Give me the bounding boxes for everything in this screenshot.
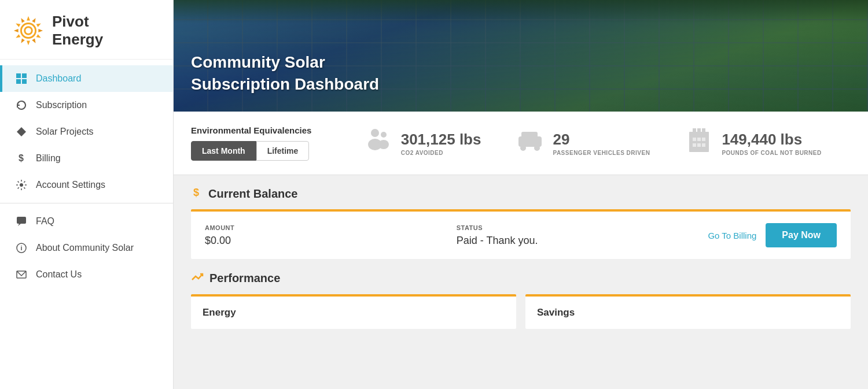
svg-point-28 xyxy=(371,129,379,137)
svg-marker-7 xyxy=(20,39,25,45)
svg-rect-23 xyxy=(17,217,26,224)
nav-menu: Dashboard Subscription Solar Projects xyxy=(0,60,173,389)
sidebar: Pivot Energy Dashboard Subscription xyxy=(0,0,174,389)
sidebar-item-billing-label: Billing xyxy=(36,153,61,164)
performance-section-title: Performance xyxy=(209,272,280,285)
amount-value: $0.00 xyxy=(205,235,457,247)
balance-actions: Go To Billing Pay Now xyxy=(708,223,837,247)
coal-label: POUNDS OF COAL NOT BURNED xyxy=(722,150,821,156)
co2-label: CO2 AVOIDED xyxy=(401,150,481,156)
sidebar-item-about-community-solar[interactable]: i About Community Solar xyxy=(0,235,173,261)
balance-section-header: $ Current Balance xyxy=(191,187,851,201)
performance-section-header: Performance xyxy=(191,271,851,286)
sidebar-item-subscription-label: Subscription xyxy=(36,100,87,110)
building-icon xyxy=(685,126,713,161)
env-label-block: Environmental Equivalencies Last Month L… xyxy=(191,125,311,161)
svg-marker-20 xyxy=(17,127,26,136)
svg-point-35 xyxy=(534,145,540,151)
svg-rect-19 xyxy=(22,79,27,84)
hero-banner: Community Solar Subscription Dashboard xyxy=(174,0,868,112)
svg-marker-10 xyxy=(15,22,21,27)
tree-overlay xyxy=(174,0,868,23)
svg-point-30 xyxy=(381,132,387,138)
dollar-section-icon: $ xyxy=(191,187,203,201)
svg-text:$: $ xyxy=(193,187,199,198)
svg-rect-41 xyxy=(697,138,701,141)
gear-icon xyxy=(15,180,28,190)
sidebar-item-faq-label: FAQ xyxy=(36,216,54,227)
status-value: Paid - Thank you. xyxy=(457,235,708,247)
pay-now-button[interactable]: Pay Now xyxy=(766,223,837,247)
svg-rect-36 xyxy=(689,132,709,152)
svg-marker-1 xyxy=(32,17,37,23)
svg-marker-11 xyxy=(20,17,25,23)
energy-card: Energy xyxy=(191,294,516,329)
performance-cards: Energy Savings xyxy=(191,294,851,329)
svg-rect-40 xyxy=(693,138,696,141)
coal-stat: 149,440 lbs POUNDS OF COAL NOT BURNED xyxy=(685,126,821,161)
svg-marker-9 xyxy=(14,29,19,32)
svg-rect-38 xyxy=(697,128,701,134)
status-label: STATUS xyxy=(457,224,708,231)
svg-marker-5 xyxy=(32,39,37,45)
grid-icon xyxy=(15,73,28,84)
vehicles-label: PASSENGER VEHICLES DRIVEN xyxy=(553,150,650,156)
diamond-icon xyxy=(15,127,28,137)
svg-marker-6 xyxy=(27,41,30,46)
svg-text:i: i xyxy=(21,244,23,251)
balance-amount-col: AMOUNT $0.00 xyxy=(205,224,457,247)
nav-divider xyxy=(0,203,173,203)
svg-rect-18 xyxy=(16,79,21,84)
vehicles-value: 29 xyxy=(553,131,650,149)
amount-label: AMOUNT xyxy=(205,224,457,231)
energy-card-title: Energy xyxy=(203,307,505,318)
svg-rect-16 xyxy=(16,73,21,78)
sidebar-item-solar-projects-label: Solar Projects xyxy=(36,127,94,137)
savings-card: Savings xyxy=(525,294,851,329)
sidebar-item-dashboard-label: Dashboard xyxy=(36,73,81,84)
coal-stat-data: 149,440 lbs POUNDS OF COAL NOT BURNED xyxy=(722,131,821,156)
balance-card: AMOUNT $0.00 STATUS Paid - Thank you. Go… xyxy=(191,209,851,259)
go-to-billing-link[interactable]: Go To Billing xyxy=(708,231,756,240)
svg-rect-44 xyxy=(697,143,701,147)
svg-marker-4 xyxy=(36,34,42,39)
sidebar-item-contact-us[interactable]: Contact Us xyxy=(0,261,173,288)
svg-rect-43 xyxy=(693,143,696,147)
sidebar-item-account-settings-label: Account Settings xyxy=(36,180,105,190)
info-icon: i xyxy=(15,243,28,253)
svg-marker-0 xyxy=(27,16,30,21)
sidebar-item-contact-us-label: Contact Us xyxy=(36,269,82,280)
env-stats: 301,125 lbs CO2 AVOIDED 29 PASSENGER V xyxy=(334,126,851,161)
trending-up-icon xyxy=(191,271,204,286)
sidebar-item-subscription[interactable]: Subscription xyxy=(0,92,173,118)
sidebar-item-solar-projects[interactable]: Solar Projects xyxy=(0,118,173,145)
sidebar-item-billing[interactable]: $ Billing xyxy=(0,145,173,172)
svg-rect-17 xyxy=(22,73,27,78)
main-content: Community Solar Subscription Dashboard E… xyxy=(174,0,868,389)
env-section-label: Environmental Equivalencies xyxy=(191,125,311,135)
sidebar-item-dashboard[interactable]: Dashboard xyxy=(0,65,173,92)
vehicles-stat: 29 PASSENGER VEHICLES DRIVEN xyxy=(516,126,650,161)
logo-area: Pivot Energy xyxy=(0,0,173,60)
env-toggle-buttons: Last Month Lifetime xyxy=(191,141,311,161)
svg-marker-24 xyxy=(18,224,21,226)
svg-rect-33 xyxy=(521,132,538,139)
sidebar-item-faq[interactable]: FAQ xyxy=(0,208,173,235)
co2-stat-data: 301,125 lbs CO2 AVOIDED xyxy=(401,131,481,156)
balance-section-title: Current Balance xyxy=(208,187,298,201)
svg-marker-3 xyxy=(38,29,43,32)
hero-title: Community Solar Subscription Dashboard xyxy=(191,51,379,95)
balance-status-col: STATUS Paid - Thank you. xyxy=(457,224,708,247)
svg-rect-37 xyxy=(693,128,696,134)
sidebar-item-about-community-solar-label: About Community Solar xyxy=(36,243,134,253)
pivot-energy-logo-icon xyxy=(12,14,45,47)
svg-rect-45 xyxy=(702,143,705,147)
svg-marker-2 xyxy=(36,22,42,27)
last-month-button[interactable]: Last Month xyxy=(191,141,256,161)
sidebar-item-account-settings[interactable]: Account Settings xyxy=(0,172,173,198)
svg-point-31 xyxy=(378,140,389,149)
people-icon xyxy=(364,126,393,161)
refresh-icon xyxy=(15,100,28,110)
svg-rect-39 xyxy=(702,128,705,134)
lifetime-button[interactable]: Lifetime xyxy=(256,141,310,161)
